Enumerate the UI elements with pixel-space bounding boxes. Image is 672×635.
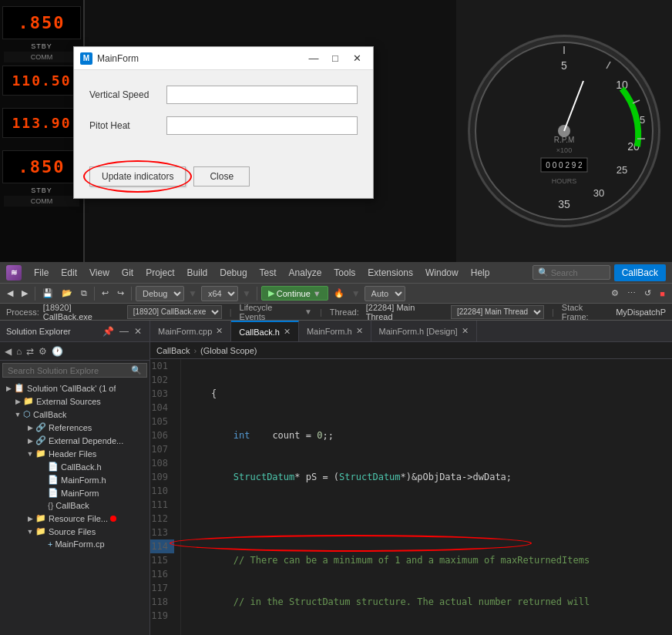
menu-extensions[interactable]: Extensions (361, 264, 419, 281)
se-search-box[interactable]: 🔍 (2, 363, 147, 378)
toolbar-stop-btn[interactable]: ■ (657, 287, 668, 300)
instrument-display-2: 110.50 (2, 66, 81, 96)
toolbar-more-btn[interactable]: ⋯ (624, 287, 639, 300)
code-content[interactable]: { int count = 0;; StructDatum* pS = (Str… (181, 359, 672, 635)
menu-tools[interactable]: Tools (328, 264, 361, 281)
tab-mainform-h-design-close[interactable]: ✕ (462, 326, 469, 336)
toolbar-back-btn[interactable]: ◀ (4, 287, 16, 300)
process-value: [18920] CallBack.exe (43, 303, 123, 321)
callback-menu-button[interactable]: CallBack (614, 264, 666, 281)
play-icon: ▶ (268, 288, 274, 298)
tree-item-ext-depend[interactable]: ▶ 🔗 External Depende... (0, 434, 150, 447)
update-indicators-button[interactable]: Update indicators (89, 166, 186, 186)
ln-117: 117 (150, 581, 174, 595)
tree-item-source-files[interactable]: ▼ 📁 Source Files (0, 525, 150, 538)
code-editor[interactable]: 101 102 103 104 105 106 107 108 109 110 … (150, 359, 672, 635)
mainformcpp-label: MainForm.cp (55, 539, 104, 549)
menu-view[interactable]: View (83, 264, 116, 281)
pitot-heat-input[interactable] (166, 116, 358, 135)
menu-git[interactable]: Git (116, 264, 139, 281)
tree-item-solution[interactable]: ▶ 📋 Solution 'CallBack' (1 of (0, 381, 150, 395)
toolbar-settings-btn[interactable]: ⚙ (608, 287, 622, 300)
dialog-app-icon: M (80, 52, 92, 65)
toolbar-save-btn[interactable]: 💾 (39, 287, 56, 300)
se-settings-icon[interactable]: ⚙ (37, 345, 49, 358)
thread-dropdown[interactable]: [22284] Main Thread (451, 305, 544, 319)
resource-breakpoint-dot (110, 516, 116, 522)
ide-search-input[interactable] (551, 268, 605, 277)
se-sync-icon[interactable]: ⇄ (25, 345, 35, 358)
solution-icon: 📋 (14, 383, 25, 393)
tab-mainform-cpp-close[interactable]: ✕ (216, 326, 223, 336)
tab-mainform-h-close[interactable]: ✕ (356, 326, 363, 336)
header-files-arrow: ▼ (25, 450, 35, 458)
tree-item-external-sources[interactable]: ▶ 📁 External Sources (0, 395, 150, 408)
menu-help[interactable]: Help (465, 264, 496, 281)
se-history-icon[interactable]: 🕐 (50, 345, 65, 358)
se-back-icon[interactable]: ◀ (3, 345, 13, 358)
menu-edit[interactable]: Edit (55, 264, 83, 281)
menu-project[interactable]: Project (139, 264, 180, 281)
callbackh-label: CallBack.h (61, 462, 102, 472)
se-toolbar: ◀ ⌂ ⇄ ⚙ 🕐 (0, 342, 150, 361)
stack-value: MyDispatchP (616, 307, 666, 317)
process-dropdown[interactable]: [18920] CallBack.exe (127, 305, 222, 319)
se-minus-icon[interactable]: — (118, 325, 130, 338)
ide-search-box[interactable]: 🔍 (533, 265, 610, 280)
vertical-speed-input[interactable] (166, 86, 358, 104)
tab-mainform-h[interactable]: MainForm.h ✕ (299, 321, 371, 341)
toolbar-redo-btn[interactable]: ↪ (114, 287, 127, 300)
se-home-icon[interactable]: ⌂ (15, 345, 23, 358)
process-label: Process: (6, 307, 39, 317)
tree-item-mainform[interactable]: 📄 MainForm (0, 486, 150, 499)
tree-item-callback-braces[interactable]: {} CallBack (0, 499, 150, 512)
menu-file[interactable]: File (28, 264, 55, 281)
tab-mainform-cpp[interactable]: MainForm.cpp ✕ (150, 321, 231, 341)
dialog-close-button[interactable]: ✕ (347, 51, 367, 66)
continue-button[interactable]: ▶ Continue ▼ (261, 286, 328, 301)
se-title: Solution Explorer (6, 327, 101, 336)
toolbar-open-btn[interactable]: 📂 (59, 287, 76, 300)
vs-logo: ≋ (6, 265, 22, 281)
menu-debug[interactable]: Debug (213, 264, 253, 281)
auto-dropdown[interactable]: Auto (365, 286, 405, 301)
menu-window[interactable]: Window (419, 264, 465, 281)
menu-analyze[interactable]: Analyze (283, 264, 328, 281)
toolbar-sep-4 (257, 287, 257, 301)
se-search-input[interactable] (8, 366, 131, 375)
editor-breadcrumb: CallBack › (Global Scope) (150, 342, 672, 359)
tab-callback-h[interactable]: CallBack.h ✕ (231, 321, 299, 341)
tab-mainform-h-design[interactable]: MainForm.h [Design] ✕ (371, 321, 477, 341)
debug-config-dropdown[interactable]: Debug (136, 286, 184, 301)
se-pin-icon[interactable]: 📌 (101, 325, 116, 338)
menu-build[interactable]: Build (181, 264, 214, 281)
dialog-title: MainForm (97, 53, 304, 64)
tree-item-resource-files[interactable]: ▶ 📁 Resource File... (0, 512, 150, 525)
instrument-display-4: .850 (2, 150, 81, 183)
line-numbers: 101 102 103 104 105 106 107 108 109 110 … (150, 359, 181, 635)
tree-item-references[interactable]: ▶ 🔗 References (0, 421, 150, 434)
se-close-icon[interactable]: ✕ (133, 325, 143, 338)
toolbar-undo-btn[interactable]: ↩ (99, 287, 112, 300)
toolbar-fire-btn[interactable]: 🔥 (331, 287, 348, 300)
tree-item-mainformh[interactable]: 📄 MainForm.h (0, 473, 150, 486)
tree-item-header-files[interactable]: ▼ 📁 Header Files (0, 447, 150, 460)
left-instruments: .850 STBY COMM 110.50 113.90 .850 STBY C… (0, 0, 85, 262)
ln-108: 108 (150, 456, 174, 470)
breadcrumb-project: CallBack (156, 346, 190, 355)
toolbar-refresh-btn[interactable]: ↺ (641, 287, 654, 300)
ln-101: 101 (150, 359, 174, 373)
dialog-minimize-button[interactable]: — (304, 51, 324, 66)
close-dialog-button[interactable]: Close (193, 166, 250, 186)
external-sources-icon: 📁 (23, 396, 34, 406)
toolbar-forward-btn[interactable]: ▶ (18, 287, 31, 300)
toolbar-copy-btn[interactable]: ⧉ (78, 287, 90, 300)
dialog-maximize-button[interactable]: □ (325, 51, 345, 66)
tree-item-callbackh[interactable]: 📄 CallBack.h (0, 460, 150, 473)
menu-test[interactable]: Test (254, 264, 283, 281)
platform-dropdown[interactable]: x64 (201, 286, 238, 301)
callback-braces-icon: {} (48, 501, 53, 510)
tree-item-callback[interactable]: ▼ ⬡ CallBack (0, 408, 150, 421)
tree-item-mainformcpp[interactable]: + MainForm.cp (0, 538, 150, 550)
tab-callback-h-close[interactable]: ✕ (284, 327, 291, 337)
